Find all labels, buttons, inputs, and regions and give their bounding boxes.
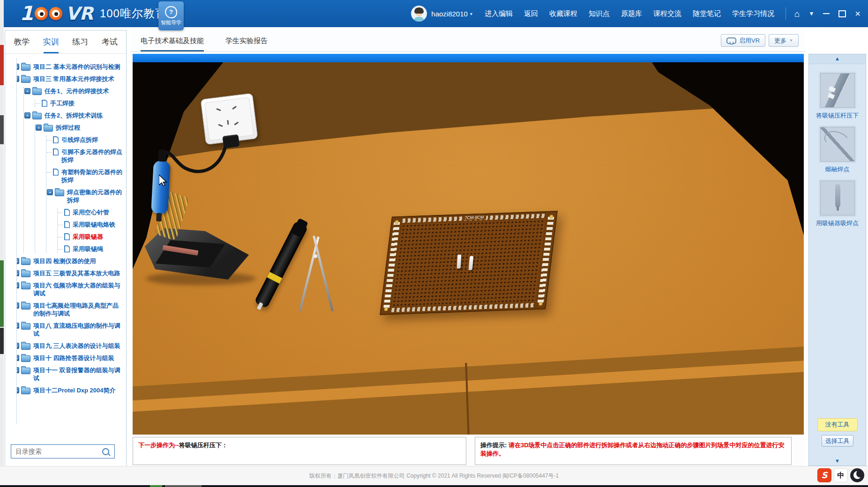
- username[interactable]: haozi82010: [431, 10, 468, 18]
- tree-item-label[interactable]: 项目三 常用基本元件焊接技术: [33, 75, 114, 83]
- tree-item-label[interactable]: 项目五 三极管及其基本放大电路: [33, 269, 120, 277]
- scroll-down-button[interactable]: ▼: [809, 458, 866, 464]
- top-menu-item[interactable]: 随堂笔记: [693, 9, 721, 18]
- avatar[interactable]: [411, 6, 427, 22]
- tree-item[interactable]: 采用吸锡绳: [62, 245, 124, 253]
- search-input[interactable]: [15, 447, 102, 456]
- home-icon[interactable]: ⌂: [794, 9, 800, 18]
- tree-item-label[interactable]: 手工焊接: [50, 99, 75, 107]
- top-menu-item[interactable]: 收藏课程: [549, 9, 577, 18]
- desoldering-iron-blue[interactable]: [151, 160, 171, 214]
- tree-item-label[interactable]: 项目十二Protel Dxp 2004简介: [33, 386, 116, 394]
- tree-item-label[interactable]: 项目六 低频功率放大器的组装与调试: [33, 281, 124, 297]
- tree-item-label[interactable]: 项目四 检测仪器的使用: [33, 257, 96, 265]
- tree-item-label[interactable]: 任务1、元件的焊接技术: [45, 87, 109, 95]
- tree-item-label[interactable]: 项目七高频处理电路及典型产品的制作与调试: [33, 302, 124, 317]
- collapse-icon[interactable]: -: [16, 76, 19, 82]
- tree-item-label[interactable]: 引脚不多元器件的焊点拆焊: [61, 148, 124, 164]
- tree-item-label[interactable]: 采用吸锡器: [73, 233, 103, 241]
- tree-item-label[interactable]: 项目八 直流稳压电源的制作与调试: [33, 322, 124, 338]
- chevron-down-icon[interactable]: ▾: [470, 11, 472, 16]
- power-plug[interactable]: [222, 134, 239, 148]
- tree-item[interactable]: 手工焊接: [39, 99, 124, 107]
- power-outlet[interactable]: [200, 93, 258, 145]
- tree-item-label[interactable]: 项目九 三人表决器的设计与组装: [33, 342, 120, 350]
- expand-icon[interactable]: +: [16, 343, 19, 349]
- top-menu-item[interactable]: 学生学习情况: [732, 9, 774, 18]
- expand-icon[interactable]: +: [16, 64, 19, 70]
- tree-item-label[interactable]: 拆焊过程: [56, 124, 80, 132]
- sidebar-tab[interactable]: 练习: [66, 30, 95, 53]
- top-menu-item[interactable]: 返回: [524, 9, 538, 18]
- collapse-icon[interactable]: -: [24, 88, 30, 94]
- ime-lang-button[interactable]: 中: [834, 468, 848, 482]
- more-button[interactable]: 更多 ▼: [769, 34, 799, 47]
- tree-item[interactable]: +项目二 基本元器件的识别与检测: [17, 63, 124, 71]
- sidebar-tab[interactable]: 实训: [37, 30, 66, 53]
- collapse-icon[interactable]: -: [47, 189, 53, 195]
- expand-icon[interactable]: +: [16, 258, 19, 264]
- expand-icon[interactable]: +: [16, 270, 19, 276]
- step-thumbnail[interactable]: [820, 127, 855, 162]
- expand-icon[interactable]: +: [16, 282, 19, 288]
- tree-item[interactable]: 采用空心针管: [62, 208, 124, 216]
- perfboard-pcb[interactable]: 7CM-9CM: [380, 211, 558, 315]
- user-menu[interactable]: haozi82010 ▾: [411, 6, 472, 22]
- pcb-component[interactable]: [457, 254, 462, 269]
- moon-icon[interactable]: [850, 468, 864, 482]
- top-menu-item[interactable]: 知识点: [589, 9, 610, 18]
- tree-item[interactable]: +项目七高频处理电路及典型产品的制作与调试: [17, 302, 124, 317]
- close-icon[interactable]: ×: [855, 9, 861, 18]
- tree-item[interactable]: -项目三 常用基本元件焊接技术: [17, 75, 124, 83]
- collapse-icon[interactable]: -: [24, 112, 30, 118]
- tree-item-label[interactable]: 项目十一 双音报警器的组装与调试: [33, 366, 124, 382]
- tree-item[interactable]: -任务1、元件的焊接技术: [28, 87, 124, 95]
- brand-logo[interactable]: 1 VR: [20, 4, 93, 23]
- tree-item[interactable]: +项目十二Protel Dxp 2004简介: [17, 386, 124, 394]
- tree-item[interactable]: 引线焊点拆焊: [51, 136, 124, 144]
- tree-item[interactable]: -焊点密集的元器件的拆焊: [51, 188, 124, 204]
- tree-item-label[interactable]: 焊点密集的元器件的拆焊: [67, 188, 124, 204]
- expand-icon[interactable]: +: [16, 367, 19, 373]
- tree-item[interactable]: 采用吸锡器: [62, 233, 124, 241]
- tree-item-label[interactable]: 采用吸锡绳: [73, 245, 103, 253]
- tree-item-label[interactable]: 采用空心针管: [73, 208, 109, 216]
- collapse-icon[interactable]: -: [36, 125, 42, 131]
- tree-item-label[interactable]: 引线焊点拆焊: [61, 136, 98, 144]
- top-menu-item[interactable]: 原题库: [621, 9, 642, 18]
- tree-item-label[interactable]: 有塑料骨架的元器件的拆焊: [61, 168, 124, 184]
- search-icon[interactable]: [102, 448, 109, 455]
- tree-item[interactable]: 有塑料骨架的元器件的拆焊: [51, 168, 124, 184]
- tree-item[interactable]: +项目十一 双音报警器的组装与调试: [17, 366, 124, 382]
- maximize-icon[interactable]: [838, 10, 846, 17]
- tree-item[interactable]: -任务2、拆焊技术训练: [28, 111, 124, 119]
- tree-item[interactable]: +项目八 直流稳压电源的制作与调试: [17, 322, 124, 338]
- dropdown-icon[interactable]: ▼: [808, 10, 814, 17]
- sidebar-tab[interactable]: 考试: [95, 30, 125, 53]
- tree-item[interactable]: 采用吸锡电烙铁: [62, 221, 124, 229]
- step-item[interactable]: 用吸锡器吸焊点: [816, 181, 859, 228]
- top-menu-item[interactable]: 课程交流: [653, 9, 681, 18]
- top-menu-item[interactable]: 进入编辑: [485, 9, 513, 18]
- step-item[interactable]: 将吸锡压杆压下: [816, 73, 859, 120]
- tree-item[interactable]: +项目四 检测仪器的使用: [17, 257, 124, 265]
- expand-icon[interactable]: +: [16, 323, 19, 329]
- step-thumbnail[interactable]: [820, 73, 855, 108]
- content-tab[interactable]: 学生实验报告: [225, 30, 268, 52]
- expand-icon[interactable]: +: [16, 303, 19, 309]
- expand-icon[interactable]: +: [16, 355, 19, 361]
- tree-item-label[interactable]: 项目二 基本元器件的识别与检测: [33, 63, 120, 71]
- tree-item-label[interactable]: 采用吸锡电烙铁: [73, 221, 115, 229]
- tree-item-label[interactable]: 项目十 四路抢答器设计与组装: [33, 354, 114, 362]
- sidebar-tab[interactable]: 教学: [7, 30, 37, 53]
- smart-guide-button[interactable]: ? 智能导学: [158, 1, 184, 30]
- step-thumbnail[interactable]: [820, 181, 855, 215]
- tree-item[interactable]: +项目六 低频功率放大器的组装与调试: [17, 281, 124, 297]
- tree-item[interactable]: +项目九 三人表决器的设计与组装: [17, 342, 124, 350]
- tree-item[interactable]: -拆焊过程: [39, 124, 124, 132]
- scene-3d-viewport[interactable]: 7CM-9CM: [133, 54, 804, 435]
- select-tool-button[interactable]: 选择工具: [822, 435, 853, 447]
- tree-item[interactable]: +项目五 三极管及其基本放大电路: [17, 269, 124, 277]
- catalog-search[interactable]: [11, 444, 115, 458]
- content-tab[interactable]: 电子技术基础及技能: [141, 30, 204, 52]
